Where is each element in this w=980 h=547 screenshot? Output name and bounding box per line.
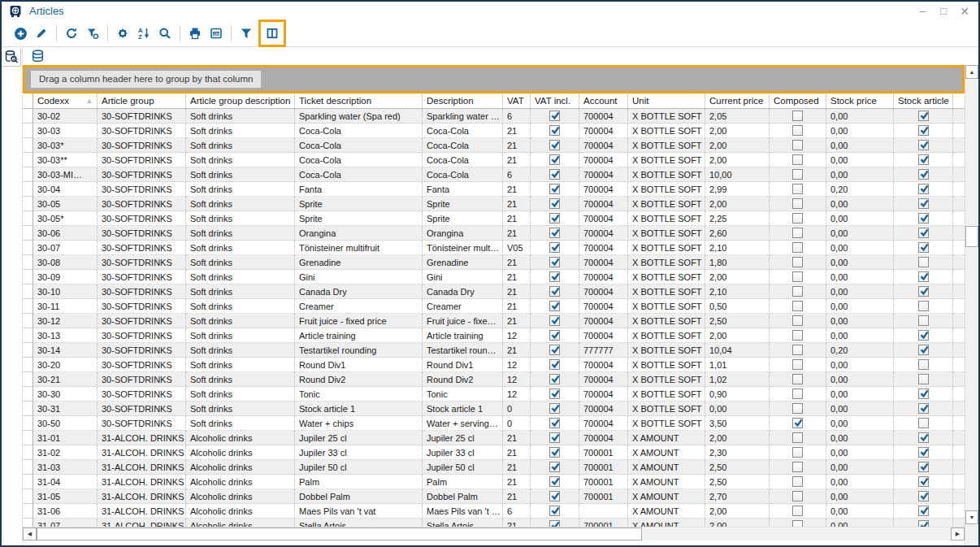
cell-article-group[interactable]: 30-SOFTDRINKS	[98, 109, 186, 124]
cell-description[interactable]: Orangina	[423, 226, 503, 241]
cell-vat-incl[interactable]	[531, 372, 579, 387]
cell-ticket-description[interactable]: Stock article 1	[295, 402, 423, 416]
cell-vat[interactable]: 12	[503, 358, 531, 372]
cell-unit[interactable]: X BOTTLE SOFT	[628, 343, 705, 358]
cell-vat[interactable]: 6	[503, 167, 531, 182]
table-row[interactable]: 30-03-MI…30-SOFTDRINKSSoft drinksCoca-Co…	[23, 167, 965, 182]
cell-description[interactable]: Canada Dry	[423, 284, 503, 299]
cell-description[interactable]: Stock article 1	[423, 402, 503, 416]
cell-article-group[interactable]: 30-SOFTDRINKS	[98, 299, 186, 314]
cell-vat[interactable]: 21	[503, 431, 531, 445]
cell-account[interactable]: 700004	[579, 226, 628, 241]
cell-current-price[interactable]: 2,10	[705, 241, 770, 255]
checkbox[interactable]	[918, 403, 929, 414]
row-selector[interactable]	[23, 241, 33, 255]
column-header-composed[interactable]: Composed	[770, 93, 826, 108]
table-row[interactable]: 30-1030-SOFTDRINKSSoft drinksCanada DryC…	[23, 284, 965, 299]
cell-current-price[interactable]: 1,01	[705, 358, 770, 372]
cell-vat-incl[interactable]	[531, 138, 579, 153]
cell-composed[interactable]	[770, 328, 826, 343]
cell-current-price[interactable]: 2,10	[705, 284, 770, 299]
cell-vat[interactable]: 21	[503, 299, 531, 314]
close-button[interactable]: ✕	[954, 3, 975, 20]
checkbox[interactable]	[792, 242, 803, 253]
cell-stock-article[interactable]	[894, 153, 953, 167]
table-row[interactable]: 30-03*30-SOFTDRINKSSoft drinksCoca-ColaC…	[23, 138, 965, 153]
cell-vat-incl[interactable]	[531, 211, 579, 226]
row-selector[interactable]	[23, 445, 33, 460]
cell-vat-incl[interactable]	[531, 343, 579, 358]
row-selector[interactable]	[23, 211, 33, 226]
cell-ticket-description[interactable]: Round Div1	[295, 358, 423, 372]
cell-vat[interactable]: 21	[503, 255, 531, 270]
checkbox[interactable]	[918, 111, 929, 121]
cell-unit[interactable]: X BOTTLE SOFT	[628, 372, 705, 387]
cell-composed[interactable]	[770, 431, 826, 445]
checkbox[interactable]	[792, 315, 803, 326]
cell-account[interactable]: 700004	[579, 211, 628, 226]
cell-article-group[interactable]: 31-ALCOH. DRINKS	[98, 475, 186, 489]
cell-vat-incl[interactable]	[531, 284, 579, 299]
cell-unit[interactable]: X BOTTLE SOFT	[628, 124, 705, 138]
table-row[interactable]: 30-2130-SOFTDRINKSSoft drinksRound Div2R…	[23, 372, 965, 387]
cell-stock-price[interactable]: 0,00	[826, 284, 894, 299]
cell-unit[interactable]: X BOTTLE SOFT	[628, 328, 705, 343]
cell-unit[interactable]: X BOTTLE SOFT	[628, 226, 705, 241]
cell-article-group[interactable]: 30-SOFTDRINKS	[98, 358, 186, 372]
cell-description[interactable]: Article training	[423, 328, 503, 343]
cell-current-price[interactable]: 2,00	[705, 153, 770, 167]
cell-composed[interactable]	[770, 299, 826, 314]
cell-description[interactable]: Palm	[423, 475, 503, 489]
cell-account[interactable]: 700004	[579, 167, 628, 182]
cell-description[interactable]: Round Div2	[423, 372, 503, 387]
cell-description[interactable]: Round Div1	[423, 358, 503, 372]
checkbox[interactable]	[792, 462, 803, 472]
cell-article-group[interactable]: 30-SOFTDRINKS	[98, 372, 186, 387]
checkbox[interactable]	[549, 169, 560, 180]
cell-stock-article[interactable]	[894, 167, 953, 182]
cell-stock-price[interactable]: 0,00	[826, 299, 894, 314]
cell-current-price[interactable]: 2,30	[705, 445, 770, 460]
row-selector[interactable]	[23, 387, 33, 402]
checkbox[interactable]	[792, 476, 803, 487]
cell-composed[interactable]	[770, 241, 826, 255]
cell-current-price[interactable]: 2,00	[705, 138, 770, 153]
column-header-vat[interactable]: VAT	[503, 93, 531, 108]
checkbox[interactable]	[918, 242, 929, 253]
cell-account[interactable]: 700004	[579, 138, 628, 153]
cell-article-group[interactable]: 30-SOFTDRINKS	[98, 255, 186, 270]
checkbox[interactable]	[918, 140, 929, 150]
cell-codexx[interactable]: 30-03-MI…	[33, 167, 98, 182]
table-row[interactable]: 31-0731-ALCOH. DRINKSAlcoholic drinksSte…	[23, 519, 965, 527]
cell-account[interactable]: 700001	[579, 519, 628, 527]
cell-vat-incl[interactable]	[531, 489, 579, 504]
cell-stock-price[interactable]: 0,00	[826, 372, 894, 387]
cell-composed[interactable]	[770, 372, 826, 387]
checkbox[interactable]	[918, 213, 929, 224]
cell-stock-article[interactable]	[894, 358, 953, 372]
cell-account[interactable]: 700004	[579, 328, 628, 343]
cell-description[interactable]: Creamer	[423, 299, 503, 314]
cell-description[interactable]: Sprite	[423, 197, 503, 211]
cell-account[interactable]: 700004	[579, 416, 628, 431]
cell-account[interactable]: 700004	[579, 387, 628, 402]
cell-vat[interactable]: V05	[503, 241, 531, 255]
row-selector[interactable]	[23, 226, 33, 241]
row-selector[interactable]	[23, 431, 33, 445]
table-row[interactable]: 31-0131-ALCOH. DRINKSAlcoholic drinksJup…	[23, 431, 965, 445]
cell-article-group[interactable]: 30-SOFTDRINKS	[98, 226, 186, 241]
cell-account[interactable]: 700004	[579, 431, 628, 445]
cell-article-group-description[interactable]: Soft drinks	[186, 182, 295, 197]
checkbox[interactable]	[792, 184, 803, 194]
cell-composed[interactable]	[770, 211, 826, 226]
checkbox[interactable]	[918, 257, 929, 267]
table-row[interactable]: 30-0530-SOFTDRINKSSoft drinksSpriteSprit…	[23, 197, 965, 211]
cell-vat[interactable]: 0	[503, 402, 531, 416]
cell-article-group[interactable]: 30-SOFTDRINKS	[98, 343, 186, 358]
scroll-right-arrow[interactable]: ▶	[951, 527, 965, 540]
cell-composed[interactable]	[770, 519, 826, 527]
cell-ticket-description[interactable]: Canada Dry	[295, 284, 423, 299]
table-row[interactable]: 30-05*30-SOFTDRINKSSoft drinksSpriteSpri…	[23, 211, 965, 226]
cell-stock-article[interactable]	[894, 182, 953, 197]
table-row[interactable]: 30-0630-SOFTDRINKSSoft drinksOranginaOra…	[23, 226, 965, 241]
